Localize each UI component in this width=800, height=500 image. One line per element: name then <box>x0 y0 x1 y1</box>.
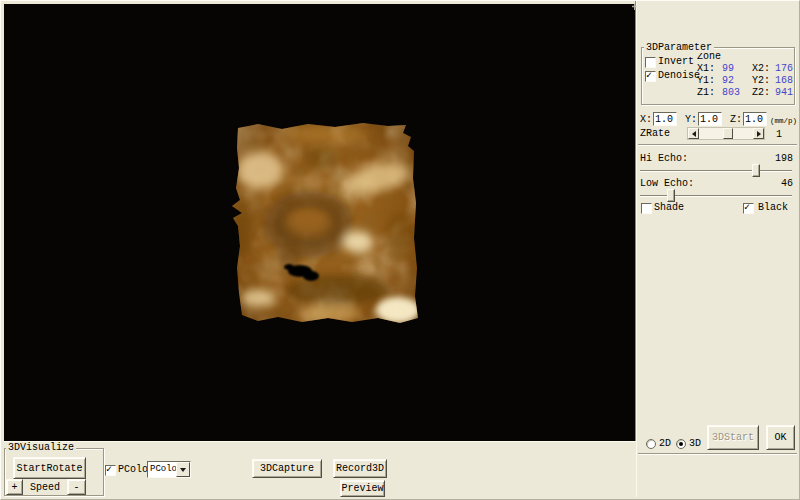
render-viewport[interactable] <box>4 4 635 441</box>
invert-checkbox[interactable] <box>645 57 656 68</box>
zone-x2-label: X2: <box>752 63 770 75</box>
start3d-button[interactable]: 3DStart <box>707 425 759 450</box>
visualize-group-title: 3DVisualize <box>6 442 76 453</box>
scale-x-input[interactable] <box>653 112 677 126</box>
hi-echo-label: Hi Echo: <box>640 153 688 165</box>
mode-3d-label: 3D <box>689 438 701 450</box>
pcolor-combobox[interactable]: PColor <box>147 461 191 478</box>
zone-y2-value: 168 <box>775 75 793 87</box>
low-echo-slider-track[interactable] <box>640 195 792 196</box>
hi-echo-slider-thumb[interactable] <box>752 164 760 177</box>
zrate-scrollbar-thumb[interactable] <box>723 128 733 139</box>
speed-label: Speed <box>30 482 60 494</box>
start-rotate-button[interactable]: StartRotate <box>13 457 86 479</box>
black-checkbox[interactable] <box>743 203 754 214</box>
zrate-label: ZRate <box>640 128 670 140</box>
hi-echo-value: 198 <box>775 153 793 165</box>
black-label: Black <box>758 202 788 214</box>
preview-button[interactable]: Preview <box>340 480 385 497</box>
left-arrow-icon <box>692 131 696 137</box>
mode-2d-radio[interactable] <box>646 439 656 449</box>
zone-x1-value: 99 <box>722 63 734 75</box>
scale-z-input[interactable] <box>743 112 767 126</box>
shade-label: Shade <box>654 202 684 214</box>
app-window: 3DParameter Invert Denoise Zone X1: 99 X… <box>0 0 800 500</box>
shade-checkbox[interactable] <box>641 203 652 214</box>
zone-z2-label: Z2: <box>752 87 770 99</box>
separator <box>638 453 797 454</box>
right-arrow-icon <box>757 131 761 137</box>
visualize-bar: 3DVisualize StartRotate + Speed - PColor… <box>4 441 636 498</box>
hi-echo-slider-track[interactable] <box>640 170 792 171</box>
scale-y-input[interactable] <box>698 112 722 126</box>
ultrasound-3d-render <box>230 118 425 328</box>
zone-y2-label: Y2: <box>752 75 770 87</box>
separator <box>638 144 797 145</box>
pcolor-checkbox[interactable] <box>105 465 116 476</box>
parameter-group-title: 3DParameter <box>644 42 714 53</box>
capture-3d-button[interactable]: 3DCapture <box>252 459 322 478</box>
scale-y-label: Y: <box>685 114 697 126</box>
zone-y1-label: Y1: <box>697 75 715 87</box>
zrate-right-arrow-button[interactable] <box>753 128 764 139</box>
ok-button[interactable]: OK <box>766 425 795 450</box>
zrate-scrollbar[interactable] <box>687 127 765 140</box>
speed-plus-button[interactable]: + <box>6 479 23 495</box>
mode-2d-label: 2D <box>659 438 671 450</box>
parameter-groupbox: 3DParameter Invert Denoise Zone X1: 99 X… <box>641 47 795 105</box>
parameter-panel: 3DParameter Invert Denoise Zone X1: 99 X… <box>638 4 797 497</box>
dropdown-arrow-icon <box>180 468 186 472</box>
zone-x1-label: X1: <box>697 63 715 75</box>
low-echo-slider-thumb[interactable] <box>667 189 675 202</box>
invert-label: Invert <box>658 56 694 68</box>
panel-divider <box>635 1 636 497</box>
scale-x-label: X: <box>640 114 652 126</box>
scale-unit-label: (mm/p) <box>770 115 797 127</box>
zrate-value: 1 <box>776 129 782 141</box>
mode-3d-radio[interactable] <box>676 439 686 449</box>
low-echo-value: 46 <box>781 178 793 190</box>
zone-z1-value: 803 <box>722 87 740 99</box>
speed-minus-button[interactable]: - <box>67 479 86 495</box>
pcolor-combobox-dropdown-button[interactable] <box>176 462 190 477</box>
zone-x2-value: 176 <box>775 63 793 75</box>
scale-z-label: Z: <box>730 114 742 126</box>
denoise-label: Denoise <box>658 70 700 82</box>
record-3d-button[interactable]: Record3D <box>333 459 387 478</box>
zone-y1-value: 92 <box>722 75 734 87</box>
zone-z1-label: Z1: <box>697 87 715 99</box>
denoise-checkbox[interactable] <box>645 71 656 82</box>
zone-z2-value: 941 <box>775 87 793 99</box>
zrate-left-arrow-button[interactable] <box>688 128 699 139</box>
